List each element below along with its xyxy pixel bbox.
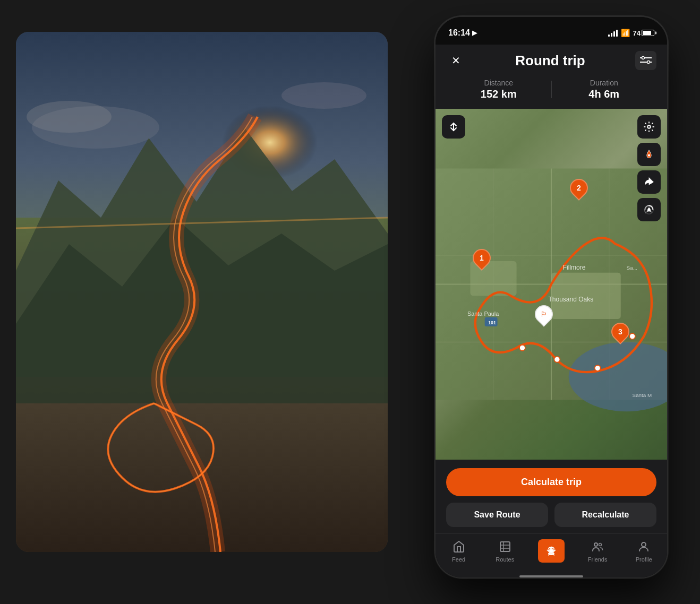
bottom-nav: Feed Routes — [436, 533, 667, 573]
sort-button[interactable] — [442, 115, 465, 139]
distance-stat: Distance 152 km — [446, 79, 551, 100]
location-arrow-icon: ▶ — [472, 29, 477, 37]
background-photo — [16, 32, 388, 552]
profile-label: Profile — [636, 556, 652, 563]
nav-item-live[interactable] — [535, 539, 567, 563]
svg-text:Sa...: Sa... — [627, 265, 637, 271]
radar-button[interactable] — [637, 198, 661, 221]
waypoint-flag-pin[interactable]: 🏳 — [535, 305, 553, 323]
settings-icon — [643, 121, 655, 133]
filter-icon — [640, 56, 652, 65]
routes-icon — [498, 539, 513, 554]
svg-point-26 — [519, 345, 525, 351]
map-svg: Fillmore Santa Paula Thousand Oaks Sa...… — [436, 109, 667, 460]
svg-point-35 — [648, 154, 650, 157]
close-button[interactable]: ✕ — [446, 51, 465, 70]
settings-button[interactable] — [637, 115, 661, 139]
secondary-buttons: Save Route Recalculate — [446, 503, 656, 527]
svg-text:Santa Paula: Santa Paula — [467, 310, 499, 317]
svg-point-6 — [27, 101, 112, 133]
screen-title: Round trip — [515, 53, 585, 69]
status-icons: 📶 74 — [608, 29, 654, 37]
map-area[interactable]: Fillmore Santa Paula Thousand Oaks Sa...… — [436, 109, 667, 460]
waypoint-pin-1[interactable]: 1 — [473, 249, 491, 267]
stats-row: Distance 152 km Duration 4h 6m — [436, 79, 667, 109]
friends-label: Friends — [588, 556, 608, 563]
svg-point-25 — [629, 333, 635, 339]
svg-point-45 — [599, 543, 602, 546]
time-display: 16:14 — [448, 28, 470, 38]
battery-icon: 74 — [633, 29, 654, 37]
svg-text:101: 101 — [488, 320, 496, 325]
distance-value: 152 km — [446, 88, 551, 100]
svg-rect-39 — [500, 542, 510, 551]
app-header: ✕ Round trip — [436, 45, 667, 79]
profile-icon — [636, 539, 651, 554]
wifi-icon: 📶 — [621, 29, 630, 37]
feed-label: Feed — [452, 556, 465, 563]
waypoint-pin-2[interactable]: 2 — [570, 179, 588, 197]
recalculate-button[interactable]: Recalculate — [554, 503, 656, 527]
svg-text:Fillmore: Fillmore — [563, 264, 586, 271]
distance-label: Distance — [446, 79, 551, 87]
svg-point-7 — [281, 82, 366, 109]
status-bar: 16:14 ▶ 📶 74 — [436, 17, 667, 45]
feed-icon — [451, 539, 466, 554]
svg-point-24 — [595, 365, 601, 371]
svg-text:Santa M: Santa M — [633, 392, 652, 398]
svg-point-12 — [647, 61, 650, 64]
duration-label: Duration — [552, 79, 657, 87]
home-indicator — [519, 575, 583, 577]
svg-text:Thousand Oaks: Thousand Oaks — [549, 296, 594, 303]
live-icon — [538, 539, 565, 563]
filter-button[interactable] — [635, 51, 656, 70]
radar-icon — [643, 204, 655, 215]
app-content: ✕ Round trip Distance 152 km — [436, 45, 667, 577]
navigate-icon — [644, 149, 654, 160]
duration-value: 4h 6m — [552, 88, 657, 100]
svg-point-46 — [642, 542, 646, 547]
nav-item-feed[interactable]: Feed — [443, 539, 475, 563]
save-route-button[interactable]: Save Route — [446, 503, 548, 527]
status-time: 16:14 ▶ — [448, 28, 477, 38]
map-controls — [637, 115, 661, 221]
signal-strength-icon — [608, 29, 618, 37]
svg-point-10 — [642, 57, 644, 59]
share-location-button[interactable] — [637, 170, 661, 194]
share-icon — [644, 177, 654, 187]
routes-label: Routes — [496, 556, 514, 563]
phone-frame: 16:14 ▶ 📶 74 — [434, 16, 668, 579]
waypoint-pin-3[interactable]: 3 — [611, 323, 629, 341]
scene: 16:14 ▶ 📶 74 — [0, 0, 700, 604]
duration-stat: Duration 4h 6m — [552, 79, 657, 100]
svg-point-34 — [647, 125, 651, 128]
navigate-button[interactable] — [637, 143, 661, 166]
svg-point-44 — [594, 543, 597, 546]
nav-item-friends[interactable]: Friends — [582, 539, 613, 563]
bottom-actions: Calculate trip Save Route Recalculate — [436, 460, 667, 533]
svg-point-38 — [648, 208, 650, 209]
sort-icon — [448, 122, 459, 132]
nav-item-routes[interactable]: Routes — [489, 539, 521, 563]
close-icon: ✕ — [451, 54, 460, 67]
svg-point-43 — [550, 549, 553, 553]
nav-item-profile[interactable]: Profile — [628, 539, 660, 563]
svg-point-23 — [554, 357, 560, 363]
friends-icon — [590, 539, 605, 554]
calculate-trip-button[interactable]: Calculate trip — [446, 468, 656, 496]
